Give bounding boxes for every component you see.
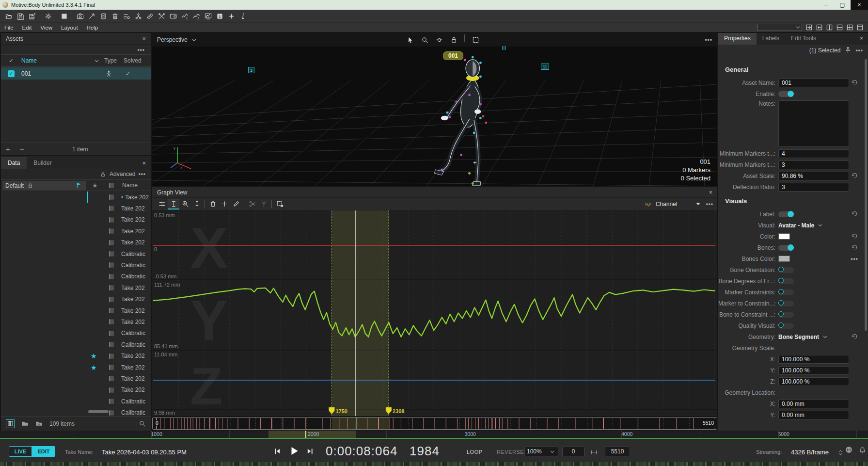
stepper-chevrons-icon[interactable] bbox=[837, 449, 844, 456]
take-row[interactable]: Take 202 bbox=[87, 294, 151, 305]
property-input[interactable]: 90.86 % bbox=[778, 172, 849, 180]
property-input[interactable]: 4 bbox=[778, 149, 849, 158]
takes-col-name[interactable]: Name bbox=[122, 182, 138, 189]
take-row[interactable]: Take 202 bbox=[87, 305, 151, 316]
property-toggle[interactable] bbox=[778, 278, 794, 284]
color-swatch[interactable] bbox=[778, 256, 790, 262]
property-input[interactable]: 100.000 % bbox=[778, 366, 849, 375]
data-menu-icon[interactable]: ••• bbox=[138, 171, 146, 177]
notifications-bell-icon[interactable] bbox=[859, 447, 866, 454]
property-input[interactable]: 0.00 mm bbox=[778, 400, 849, 408]
range-start-field[interactable]: 0 bbox=[562, 447, 584, 456]
take-row[interactable]: Calibratic bbox=[87, 339, 151, 350]
property-input[interactable]: 100.000 % bbox=[778, 377, 849, 386]
properties-scrollbar[interactable] bbox=[865, 59, 867, 331]
export-profile-icon[interactable] bbox=[804, 23, 814, 31]
region-select-icon[interactable] bbox=[470, 34, 481, 45]
property-toggle[interactable] bbox=[778, 211, 794, 217]
property-toggle[interactable] bbox=[778, 245, 794, 251]
advanced-label[interactable]: Advanced bbox=[110, 171, 135, 177]
save-icon[interactable] bbox=[15, 11, 26, 21]
data-close-icon[interactable]: × bbox=[137, 158, 151, 169]
star-icon[interactable]: ★ bbox=[91, 352, 97, 360]
tab-data[interactable]: Data bbox=[1, 157, 27, 169]
property-toggle[interactable] bbox=[778, 301, 794, 306]
play-icon[interactable] bbox=[289, 446, 300, 456]
open-project-icon[interactable] bbox=[3, 11, 15, 21]
zoom-select-icon[interactable] bbox=[179, 199, 191, 209]
tab-labels[interactable]: Labels bbox=[757, 33, 785, 45]
session-group-default[interactable]: Default bbox=[2, 181, 86, 190]
takes-scrollbar[interactable] bbox=[88, 410, 109, 413]
add-keys-icon[interactable] bbox=[219, 199, 230, 209]
session-trash-icon[interactable] bbox=[109, 11, 121, 21]
pane-split-vertical-icon[interactable] bbox=[835, 23, 845, 31]
star-column-icon[interactable]: ★ bbox=[92, 182, 98, 189]
link-constraint-icon[interactable] bbox=[144, 11, 156, 21]
property-toggle[interactable] bbox=[778, 289, 794, 295]
skip-to-end-icon[interactable] bbox=[306, 448, 314, 455]
take-name-value[interactable]: Take 2026-04-03 09.20.55 PM bbox=[102, 449, 187, 456]
minimize-button[interactable]: – bbox=[818, 0, 834, 10]
take-row[interactable]: Take 202 bbox=[87, 316, 151, 327]
property-toggle[interactable] bbox=[778, 91, 794, 97]
tab-properties[interactable]: Properties bbox=[718, 33, 757, 45]
property-input[interactable]: 3 bbox=[778, 183, 849, 192]
pin-icon[interactable] bbox=[844, 47, 852, 54]
tab-edit-tools[interactable]: Edit Tools bbox=[785, 33, 822, 45]
loop-button[interactable]: LOOP bbox=[467, 449, 483, 455]
property-select[interactable]: Avatar - Male bbox=[778, 222, 824, 229]
view-selector[interactable]: Perspective bbox=[157, 36, 188, 43]
assets-close-icon[interactable]: × bbox=[142, 35, 146, 42]
graph-menu-icon[interactable]: ••• bbox=[706, 201, 713, 208]
menu-edit[interactable]: Edit bbox=[18, 25, 36, 31]
skip-to-start-icon[interactable] bbox=[274, 448, 281, 455]
take-row[interactable]: ★ Take 202 bbox=[87, 351, 151, 362]
remove-asset-button[interactable]: − bbox=[15, 145, 29, 153]
color-swatch[interactable] bbox=[778, 233, 790, 240]
live-mode-button[interactable]: LIVE bbox=[9, 446, 32, 457]
graph-plot-area[interactable]: X Y Z 1750 23080.53 mm 0 -0.53 mm 111.72… bbox=[152, 210, 717, 416]
asset-checkbox[interactable]: ✓ bbox=[8, 70, 15, 77]
frame-ruler[interactable]: 10002000300040005000 bbox=[0, 431, 868, 438]
pin-frame-icon[interactable] bbox=[191, 199, 203, 209]
reset-icon[interactable] bbox=[851, 172, 858, 179]
streaming-value[interactable]: 4326 B/frame bbox=[791, 449, 829, 456]
menu-help[interactable]: Help bbox=[82, 25, 103, 31]
asset-card-icon[interactable] bbox=[167, 11, 179, 21]
property-toggle[interactable] bbox=[778, 267, 794, 273]
reconstruction-star-icon[interactable] bbox=[225, 11, 237, 21]
notes-textarea[interactable] bbox=[778, 100, 849, 147]
reset-icon[interactable] bbox=[851, 333, 858, 340]
cut-keys-icon[interactable] bbox=[246, 199, 258, 209]
select-cursor-icon[interactable] bbox=[404, 34, 416, 45]
folder-icon[interactable] bbox=[21, 420, 29, 427]
zoom-tool-icon[interactable] bbox=[419, 34, 430, 45]
filter-sliders-icon[interactable] bbox=[156, 199, 168, 209]
take-row[interactable]: Take 202 bbox=[87, 373, 151, 384]
channel-mode-label[interactable]: Channel bbox=[656, 201, 678, 208]
broadcast-icon[interactable] bbox=[845, 446, 852, 453]
property-input[interactable]: 100.000 % bbox=[778, 355, 849, 364]
property-input[interactable]: 0.00 mm bbox=[778, 411, 849, 419]
edit-wand-icon[interactable] bbox=[86, 11, 97, 21]
draw-keys-icon[interactable] bbox=[230, 199, 242, 209]
take-row[interactable]: Calibratic bbox=[87, 271, 151, 282]
data-streaming-icon[interactable] bbox=[97, 11, 109, 21]
property-toggle[interactable] bbox=[778, 312, 794, 318]
take-row[interactable]: Calibratic bbox=[87, 259, 151, 271]
timeline-scrubber[interactable]: 0 5510 bbox=[152, 417, 717, 430]
trajectory-1-icon[interactable]: 1 bbox=[179, 11, 190, 21]
time-select-icon[interactable] bbox=[168, 199, 179, 209]
layout-preset-combo[interactable] bbox=[758, 24, 802, 31]
playback-speed-select[interactable]: 100% bbox=[524, 447, 558, 456]
chevron-down-icon[interactable] bbox=[190, 36, 198, 44]
range-end-field[interactable]: 5510 bbox=[605, 447, 630, 456]
camera-badge[interactable] bbox=[502, 47, 506, 49]
reset-icon[interactable] bbox=[851, 233, 858, 240]
chevron-down-icon[interactable] bbox=[93, 57, 100, 64]
asset-row-001[interactable]: ✓ 001 ✓ bbox=[1, 67, 151, 80]
pane-grid-icon[interactable] bbox=[845, 23, 855, 31]
session-pane-icon[interactable] bbox=[6, 419, 15, 428]
take-row[interactable]: Take 202 bbox=[87, 385, 151, 396]
